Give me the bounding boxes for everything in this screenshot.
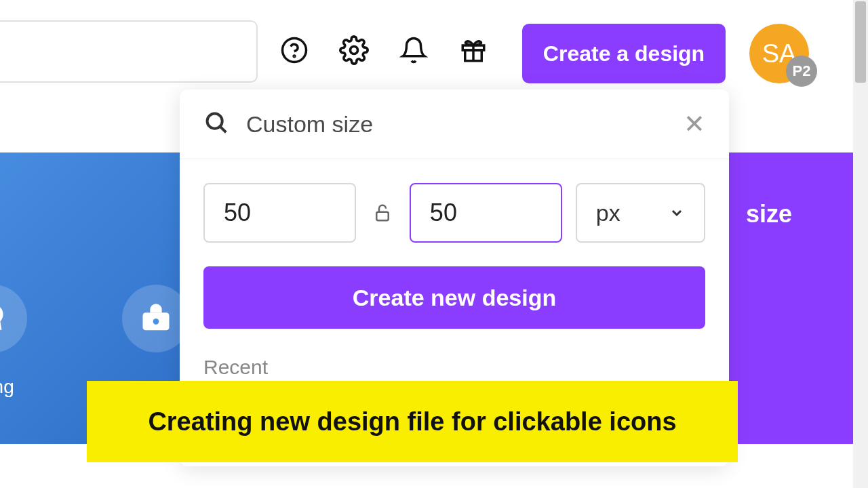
svg-line-9 xyxy=(220,127,226,133)
banner-right: size xyxy=(719,152,868,444)
svg-rect-10 xyxy=(377,212,389,221)
scrollbar-thumb[interactable] xyxy=(855,1,866,83)
svg-point-7 xyxy=(153,319,159,325)
gear-icon[interactable] xyxy=(338,34,370,66)
create-new-design-button[interactable]: Create new design xyxy=(203,266,705,329)
help-icon[interactable] xyxy=(278,34,311,66)
width-input[interactable] xyxy=(203,183,356,243)
close-icon[interactable]: ✕ xyxy=(684,111,705,137)
search-icon xyxy=(203,110,229,138)
scrollbar[interactable] xyxy=(853,0,868,488)
banner-right-text: size xyxy=(746,200,792,228)
svg-point-2 xyxy=(351,47,358,54)
svg-point-1 xyxy=(294,56,295,57)
unit-select[interactable]: px xyxy=(576,183,705,243)
svg-point-8 xyxy=(208,114,222,129)
search-input[interactable] xyxy=(0,20,258,83)
popup-title: Custom size xyxy=(246,111,667,138)
unit-value: px xyxy=(596,200,620,226)
category-label-1: eting xyxy=(0,376,14,398)
gift-icon[interactable] xyxy=(457,34,490,66)
bell-icon[interactable] xyxy=(397,34,430,66)
height-input[interactable] xyxy=(410,183,562,243)
chevron-down-icon xyxy=(669,200,685,226)
avatar-badge: P2 xyxy=(786,56,817,87)
avatar[interactable]: SA P2 xyxy=(749,24,809,83)
recent-label: Recent xyxy=(203,356,705,379)
lock-icon[interactable] xyxy=(370,199,396,226)
create-design-button[interactable]: Create a design xyxy=(522,24,726,83)
caption-overlay: Creating new design file for clickable i… xyxy=(87,381,738,462)
